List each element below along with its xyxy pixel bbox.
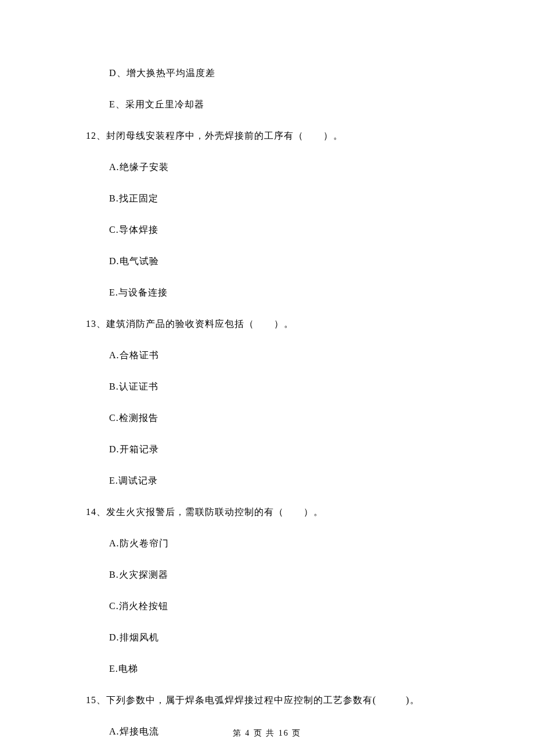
option-text: D、增大换热平均温度差 (109, 66, 464, 80)
option-text: C.导体焊接 (109, 223, 464, 237)
question-stem: 15、下列参数中，属于焊条电弧焊焊接过程中应控制的工艺参数有( )。 (86, 693, 464, 707)
option-text: D.排烟风机 (109, 631, 464, 645)
page-footer: 第 4 页 共 16 页 (0, 728, 534, 739)
option-text: B.认证证书 (109, 380, 464, 394)
option-text: A.绝缘子安装 (109, 160, 464, 174)
option-text: E、采用文丘里冷却器 (109, 98, 464, 111)
option-text: C.检测报告 (109, 411, 464, 425)
option-text: D.开箱记录 (109, 442, 464, 456)
option-text: B.找正固定 (109, 192, 464, 206)
option-text: B.火灾探测器 (109, 568, 464, 582)
option-text: A.合格证书 (109, 348, 464, 362)
question-stem: 13、建筑消防产品的验收资料应包括（ ）。 (86, 317, 464, 331)
option-text: E.与设备连接 (109, 286, 464, 300)
option-text: E.电梯 (109, 662, 464, 676)
option-text: C.消火栓按钮 (109, 599, 464, 613)
option-text: D.电气试验 (109, 254, 464, 268)
option-text: A.防火卷帘门 (109, 537, 464, 550)
option-text: E.调试记录 (109, 474, 464, 488)
question-stem: 12、封闭母线安装程序中，外壳焊接前的工序有（ ）。 (86, 129, 464, 143)
question-stem: 14、发生火灾报警后，需联防联动控制的有（ ）。 (86, 505, 464, 519)
